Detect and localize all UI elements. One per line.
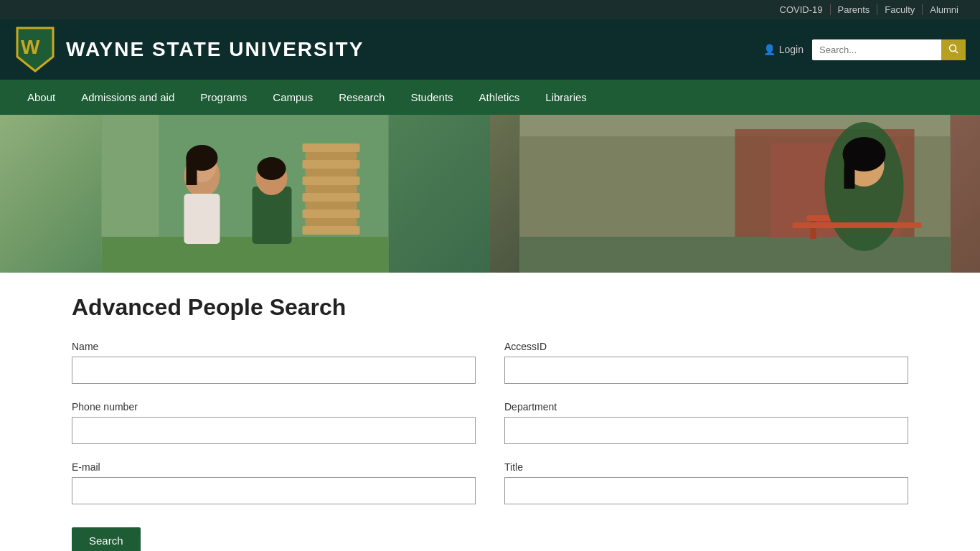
svg-rect-37	[793, 222, 922, 228]
svg-rect-14	[303, 143, 360, 152]
main-navigation: About Admissions and aid Programs Campus…	[0, 80, 980, 115]
svg-rect-7	[184, 194, 220, 244]
svg-rect-20	[303, 193, 360, 202]
header-search-box	[812, 39, 966, 60]
svg-point-1	[950, 44, 956, 51]
login-link[interactable]: Login	[763, 44, 804, 55]
phone-field-group: Phone number	[72, 401, 476, 444]
nav-item-about[interactable]: About	[14, 80, 68, 115]
svg-rect-23	[306, 218, 357, 226]
accessid-label: AccessID	[504, 341, 908, 352]
svg-rect-18	[303, 176, 360, 185]
hero-left-svg	[0, 115, 490, 273]
person-icon	[763, 44, 776, 55]
phone-input[interactable]	[72, 417, 476, 444]
svg-rect-5	[102, 237, 389, 273]
nav-item-athletics[interactable]: Athletics	[466, 80, 533, 115]
form-row-2: Phone number Department	[72, 401, 908, 444]
department-field-group: Department	[504, 401, 908, 444]
name-input[interactable]	[72, 357, 476, 384]
form-row-1: Name AccessID	[72, 341, 908, 384]
department-input[interactable]	[504, 417, 908, 444]
svg-rect-29	[520, 237, 951, 273]
svg-text:W: W	[21, 36, 40, 58]
name-label: Name	[72, 341, 476, 352]
email-input[interactable]	[72, 477, 476, 504]
phone-label: Phone number	[72, 401, 476, 413]
nav-item-research[interactable]: Research	[326, 80, 397, 115]
email-field-group: E-mail	[72, 461, 476, 504]
accessid-field-group: AccessID	[504, 341, 908, 384]
svg-point-13	[258, 157, 286, 180]
faculty-link[interactable]: Faculty	[877, 4, 923, 15]
svg-rect-22	[303, 209, 360, 218]
page-title: Advanced People Search	[72, 294, 908, 321]
svg-rect-16	[303, 160, 360, 169]
svg-rect-36	[844, 153, 855, 189]
covid-link[interactable]: COVID-19	[773, 4, 831, 15]
main-content: Advanced People Search Name AccessID Pho…	[0, 273, 980, 551]
header-search-button[interactable]	[941, 39, 966, 60]
logo-link[interactable]: W WAYNE STATE UNIVERSITY	[14, 25, 364, 74]
nav-item-students[interactable]: Students	[397, 80, 466, 115]
email-label: E-mail	[72, 461, 476, 473]
svg-rect-17	[306, 169, 357, 176]
nav-item-libraries[interactable]: Libraries	[532, 80, 600, 115]
header-right-section: Login	[763, 39, 966, 60]
svg-rect-11	[253, 187, 292, 244]
university-name: WAYNE STATE UNIVERSITY	[66, 38, 364, 61]
login-search-row: Login	[763, 39, 966, 60]
svg-rect-19	[306, 185, 357, 193]
svg-rect-10	[187, 156, 197, 185]
site-header: W WAYNE STATE UNIVERSITY Login	[0, 19, 980, 80]
hero-image	[0, 115, 980, 273]
hero-right-svg	[490, 115, 980, 273]
department-label: Department	[504, 401, 908, 413]
svg-rect-24	[303, 226, 360, 235]
search-icon	[948, 44, 958, 54]
svg-line-2	[956, 50, 958, 53]
name-field-group: Name	[72, 341, 476, 384]
search-button[interactable]: Search	[72, 527, 141, 551]
hero-image-simulation	[0, 115, 980, 273]
title-label: Title	[504, 461, 908, 473]
nav-item-programs[interactable]: Programs	[187, 80, 260, 115]
parents-link[interactable]: Parents	[831, 4, 878, 15]
title-input[interactable]	[504, 477, 908, 504]
hero-right-section	[490, 115, 980, 273]
svg-rect-15	[306, 152, 357, 160]
svg-rect-21	[306, 202, 357, 209]
nav-item-campus[interactable]: Campus	[260, 80, 326, 115]
utility-bar: COVID-19 Parents Faculty Alumni	[0, 0, 980, 19]
form-row-3: E-mail Title	[72, 461, 908, 504]
nav-item-admissions[interactable]: Admissions and aid	[68, 80, 187, 115]
header-search-input[interactable]	[812, 40, 941, 60]
title-field-group: Title	[504, 461, 908, 504]
wsu-shield-icon: W	[14, 25, 56, 74]
accessid-input[interactable]	[504, 357, 908, 384]
alumni-link[interactable]: Alumni	[923, 4, 966, 15]
hero-left-section	[0, 115, 490, 273]
